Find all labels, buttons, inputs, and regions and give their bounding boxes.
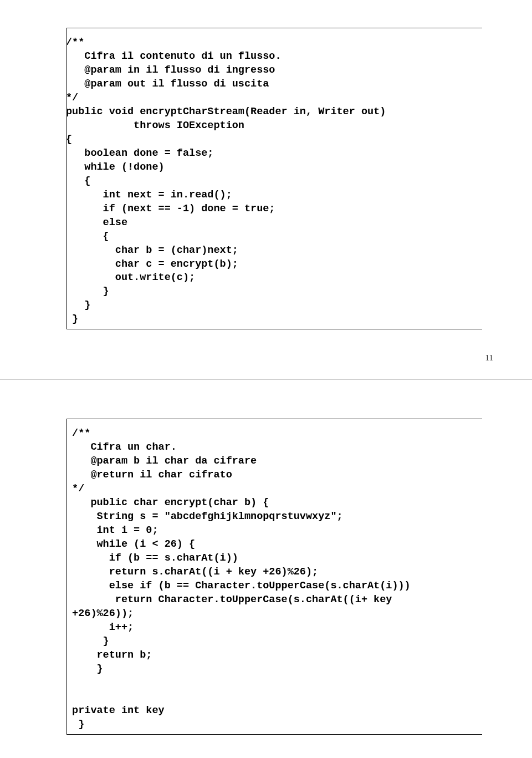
code-frame: /** Cifra il contenuto di un flusso. @pa… xyxy=(66,28,482,329)
code-block: /** Cifra un char. @param b il char da c… xyxy=(66,425,482,734)
page-number: 11 xyxy=(485,353,493,363)
document-page-1: /** Cifra il contenuto di un flusso. @pa… xyxy=(0,0,532,379)
document-page-2: /** Cifra un char. @param b il char da c… xyxy=(0,379,532,758)
code-block: /** Cifra il contenuto di un flusso. @pa… xyxy=(66,34,482,329)
code-frame: /** Cifra un char. @param b il char da c… xyxy=(66,419,482,734)
